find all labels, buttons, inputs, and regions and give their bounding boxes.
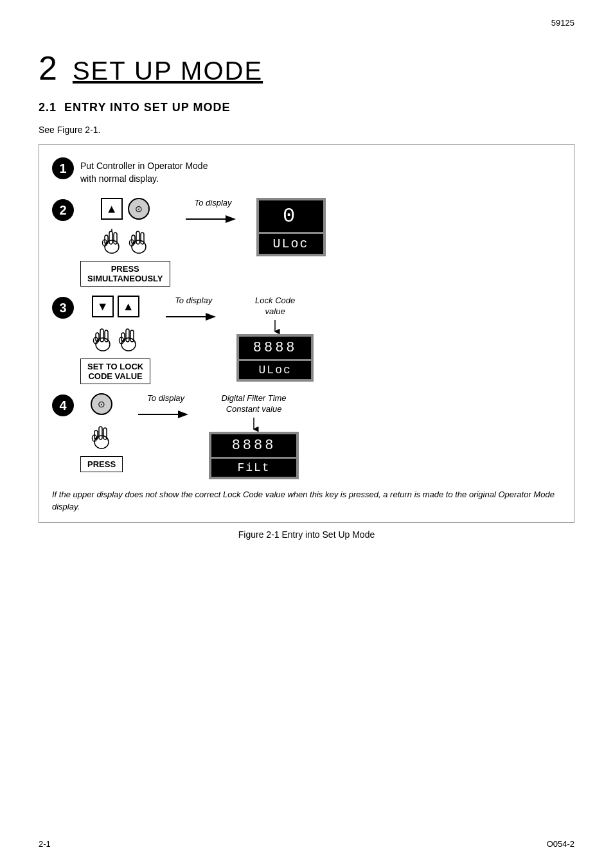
svg-rect-8: [141, 233, 144, 244]
step-4-arrow-label: To display: [147, 393, 184, 403]
svg-rect-7: [136, 231, 139, 244]
chapter-number: 2: [39, 51, 57, 85]
up2-button-icon: ▲: [118, 296, 139, 317]
step-4-display-upper: 8888: [211, 434, 296, 457]
hand-step3-left-icon: [91, 319, 114, 352]
step-3-label: SET TO LOCKCODE VALUE: [80, 359, 150, 384]
step-2-label: PRESSSIMULTANEOUSLY: [80, 261, 170, 287]
svg-rect-14: [105, 330, 108, 342]
step-2-arrow: To display: [184, 198, 242, 228]
hand-step4-icon: [90, 416, 113, 450]
up-button-icon: ▲: [101, 198, 123, 220]
down-arrow-icon: [270, 320, 280, 334]
step-4-label: PRESS: [80, 456, 123, 472]
step-3-display-lower: ULoc: [239, 361, 311, 379]
step-4-arrow: To display: [137, 393, 195, 423]
step-4-icons: ⊙: [80, 393, 123, 472]
down-arrow2-icon: [249, 418, 259, 432]
step-2-number: 2: [52, 199, 74, 221]
step-4-number: 4: [52, 394, 74, 416]
down-button-icon: ▼: [92, 296, 114, 317]
step-1: 1 Put Controller in Operator Modewith no…: [52, 156, 561, 189]
round-button2-icon: ⊙: [91, 393, 112, 415]
step-2-display: 0 ULoc: [256, 198, 326, 256]
figure-caption: Figure 2-1 Entry into Set Up Mode: [39, 529, 574, 540]
svg-rect-13: [100, 329, 103, 342]
step-3-display-upper: 8888: [239, 337, 311, 359]
hand-step3-right-icon: [117, 319, 140, 352]
lock-code-label: Lock Codevalue: [236, 296, 314, 317]
footer-left: 2-1: [39, 839, 51, 849]
svg-rect-18: [126, 329, 129, 342]
svg-rect-25: [99, 427, 102, 439]
step-3-number: 3: [52, 297, 74, 319]
digital-filter-label: Digital Filter TimeConstant value: [209, 393, 299, 415]
step-2-arrow-label: To display: [194, 198, 231, 208]
chapter-title: SET UP MODE: [73, 57, 263, 85]
see-figure-text: See Figure 2-1.: [39, 125, 574, 135]
svg-rect-19: [130, 330, 134, 342]
step-1-number: 1: [52, 157, 74, 179]
hand-left-icon: [100, 221, 123, 254]
step-2-display-lower: ULoc: [259, 234, 323, 254]
round-button-icon: ⊙: [128, 198, 150, 220]
arrow-right-icon: [184, 210, 242, 228]
step-3: 3 ▼: [52, 296, 561, 384]
step-2-icons: ▲: [80, 198, 170, 287]
step-4: 4 ⊙: [52, 393, 561, 479]
step-2: 2 ▲: [52, 198, 561, 287]
svg-rect-26: [103, 428, 107, 439]
step-3-icons: ▼: [80, 296, 150, 384]
svg-rect-1: [109, 231, 112, 244]
step-1-text: Put Controller in Operator Modewith norm…: [80, 160, 561, 185]
step-4-display-lower: FiLt: [211, 459, 296, 477]
step-3-arrow-icon: [164, 308, 222, 326]
svg-rect-2: [114, 233, 117, 244]
section-heading: 2.1 ENTRY INTO SET UP MODE: [39, 101, 574, 114]
step-3-arrow-label: To display: [175, 296, 212, 305]
step-2-display-upper: 0: [259, 200, 323, 232]
step-4-display-col: Digital Filter TimeConstant value: [209, 393, 299, 479]
page-number-top: 59125: [551, 18, 574, 28]
step-3-arrow: To display: [164, 296, 222, 326]
chapter-heading: 2 SET UP MODE: [39, 51, 574, 85]
step-3-display-col: Lock Codevalue: [236, 296, 314, 382]
step-4-arrow-icon: [137, 405, 195, 423]
figure-box: 1 Put Controller in Operator Modewith no…: [39, 144, 574, 523]
footer-right: O054-2: [547, 839, 574, 849]
bottom-note: If the upper display does not show the c…: [52, 488, 561, 513]
hand-right-icon: [127, 221, 150, 254]
